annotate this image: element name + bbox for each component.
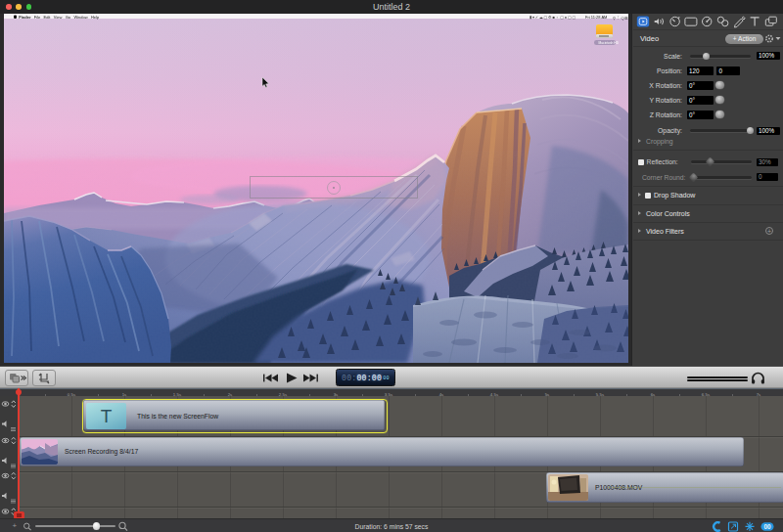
- svg-text:00: 00: [763, 523, 771, 530]
